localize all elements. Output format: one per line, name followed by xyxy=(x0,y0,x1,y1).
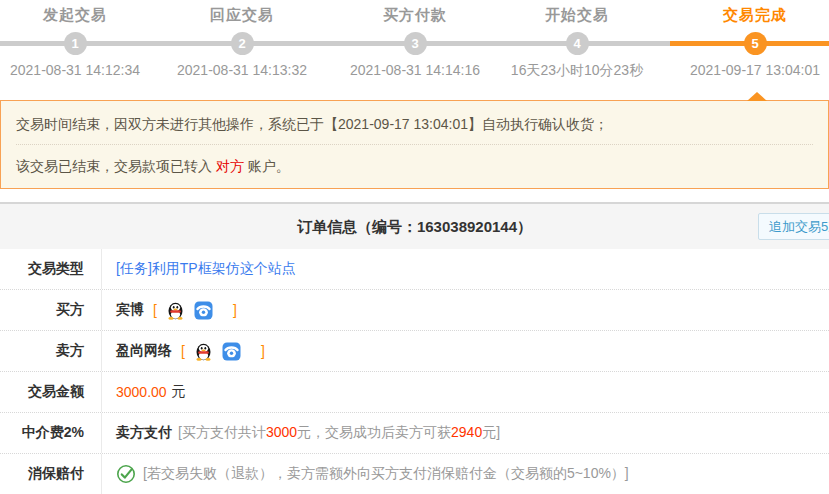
counterparty-highlight: 对方 xyxy=(216,158,244,174)
step-number-badge: 5 xyxy=(744,32,767,55)
step-timestamp: 2021-08-31 14:13:32 xyxy=(147,62,337,78)
seller-name: 盈尚网络 xyxy=(116,342,172,360)
table-row-commission-fee: 中介费2% 卖方支付 [买方支付共计3000元，交易成功后卖方可获2940元] xyxy=(0,413,829,454)
step-duration: 16天23小时10分23秒 xyxy=(482,62,672,80)
phone-icon[interactable] xyxy=(222,342,241,361)
step-label: 发起交易 xyxy=(0,6,170,25)
row-label: 中介费2% xyxy=(0,413,102,453)
bracket-open: [ xyxy=(153,302,157,318)
transaction-type-link[interactable]: [任务]利用TP框架仿这个站点 xyxy=(116,260,296,278)
step-number-badge: 1 xyxy=(64,32,87,55)
insurance-note: [若交易失败（退款），卖方需额外向买方支付消保赔付金（交易额的5~10%）] xyxy=(143,465,629,483)
currency-unit: 元 xyxy=(172,383,186,401)
step-label: 交易完成 xyxy=(660,6,829,25)
table-row-seller: 卖方 盈尚网络 [ xyxy=(0,331,829,372)
row-label: 消保赔付 xyxy=(0,454,102,494)
table-row-amount: 交易金额 3000.00 元 xyxy=(0,372,829,413)
row-label: 买方 xyxy=(0,290,102,330)
step-complete: 交易完成 5 2021-09-17 13:04:01 xyxy=(660,6,829,78)
transaction-amount: 3000.00 xyxy=(116,384,167,400)
order-info-header: 订单信息（编号：163038920144） 追加交易5次 xyxy=(0,204,829,249)
row-label: 交易类型 xyxy=(0,249,102,289)
seller-receives-amount: 2940 xyxy=(451,424,482,440)
qq-icon[interactable] xyxy=(166,301,185,320)
append-transaction-button[interactable]: 追加交易5次 xyxy=(758,213,829,240)
table-row-buyer: 买方 宾博 [ xyxy=(0,290,829,331)
table-row-consumer-protection: 消保赔付 [若交易失败（退款），卖方需额外向买方支付消保赔付金（交易额的5~10… xyxy=(0,454,829,494)
notice-funds-transferred-text: 该交易已结束，交易款项已转入 对方 账户。 xyxy=(16,145,813,188)
fee-total-amount: 3000 xyxy=(266,424,297,440)
step-number-badge: 2 xyxy=(231,32,254,55)
notice-arrow-icon xyxy=(747,92,767,101)
row-label: 卖方 xyxy=(0,331,102,371)
step-initiate: 发起交易 1 2021-08-31 14:12:34 xyxy=(0,6,170,78)
notice-auto-confirm-text: 交易时间结束，因双方未进行其他操作，系统已于【2021-09-17 13:04:… xyxy=(16,101,813,145)
order-info-section: 订单信息（编号：163038920144） 追加交易5次 交易类型 [任务]利用… xyxy=(0,202,829,494)
step-timestamp: 2021-09-17 13:04:01 xyxy=(660,62,829,78)
bracket-open: [ xyxy=(181,343,185,359)
bracket-close: ] xyxy=(261,343,265,359)
step-label: 开始交易 xyxy=(482,6,672,25)
bracket-close: ] xyxy=(233,302,237,318)
completion-notice-box: 交易时间结束，因双方未进行其他操作，系统已于【2021-09-17 13:04:… xyxy=(0,100,829,189)
step-number-badge: 4 xyxy=(566,32,589,55)
fee-note: [买方支付共计3000元，交易成功后卖方可获2940元] xyxy=(178,424,500,442)
step-start-trade: 开始交易 4 16天23小时10分23秒 xyxy=(482,6,672,80)
notice-line2-prefix: 该交易已结束，交易款项已转入 xyxy=(16,158,216,174)
buyer-name: 宾博 xyxy=(116,301,144,319)
notice-line2-suffix: 账户。 xyxy=(244,158,290,174)
transaction-progress-stepper: 发起交易 1 2021-08-31 14:12:34 回应交易 2 2021-0… xyxy=(0,0,829,100)
step-respond: 回应交易 2 2021-08-31 14:13:32 xyxy=(147,6,337,78)
check-circle-icon xyxy=(116,464,136,484)
step-timestamp: 2021-08-31 14:12:34 xyxy=(0,62,170,78)
step-number-badge: 3 xyxy=(404,32,427,55)
fee-payer: 卖方支付 xyxy=(116,424,172,442)
step-label: 回应交易 xyxy=(147,6,337,25)
phone-icon[interactable] xyxy=(194,301,213,320)
row-label: 交易金额 xyxy=(0,372,102,412)
table-row-transaction-type: 交易类型 [任务]利用TP框架仿这个站点 xyxy=(0,249,829,290)
order-title: 订单信息（编号：163038920144） xyxy=(0,204,829,249)
qq-icon[interactable] xyxy=(194,342,213,361)
